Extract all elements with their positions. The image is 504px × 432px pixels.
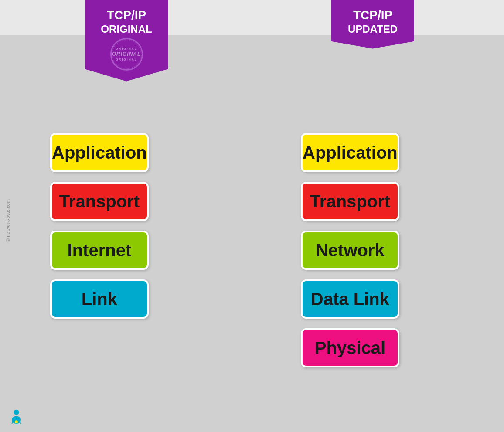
left-layer-internet: Internet <box>50 231 149 270</box>
right-column: Application Transport Network Data Link … <box>301 133 399 367</box>
right-layer-application: Application <box>301 133 399 172</box>
copyright-text: © network-byte.com <box>5 199 10 242</box>
right-layer-datalink: Data Link <box>301 279 399 319</box>
right-ribbon-title: TCP/IP Updated <box>338 9 408 36</box>
left-ribbon-title: TCP/IP Original <box>92 9 161 36</box>
right-layer-network: Network <box>301 231 399 270</box>
stamp-main-text: Original <box>112 51 141 57</box>
svg-point-0 <box>14 410 19 415</box>
left-layer-transport: Transport <box>50 182 149 221</box>
left-ribbon-banner: TCP/IP Original original Original origin… <box>85 0 168 82</box>
person-icon <box>9 408 24 424</box>
left-layer-application: Application <box>50 133 149 172</box>
right-layer-transport: Transport <box>301 182 399 221</box>
bottom-icon-area <box>9 408 24 425</box>
right-ribbon-banner: TCP/IP Updated <box>331 0 414 49</box>
right-layer-physical: Physical <box>301 328 399 367</box>
svg-point-2 <box>15 420 18 423</box>
top-bar <box>0 0 504 35</box>
stamp-top-text: original <box>116 47 137 50</box>
stamp-bottom-text: original <box>116 58 137 61</box>
right-ribbon: TCP/IP Updated <box>331 0 414 49</box>
left-ribbon: TCP/IP Original original Original origin… <box>85 0 168 82</box>
original-stamp: original Original original <box>110 38 143 71</box>
left-layer-link: Link <box>50 279 149 319</box>
left-column: Application Transport Internet Link <box>50 133 149 319</box>
